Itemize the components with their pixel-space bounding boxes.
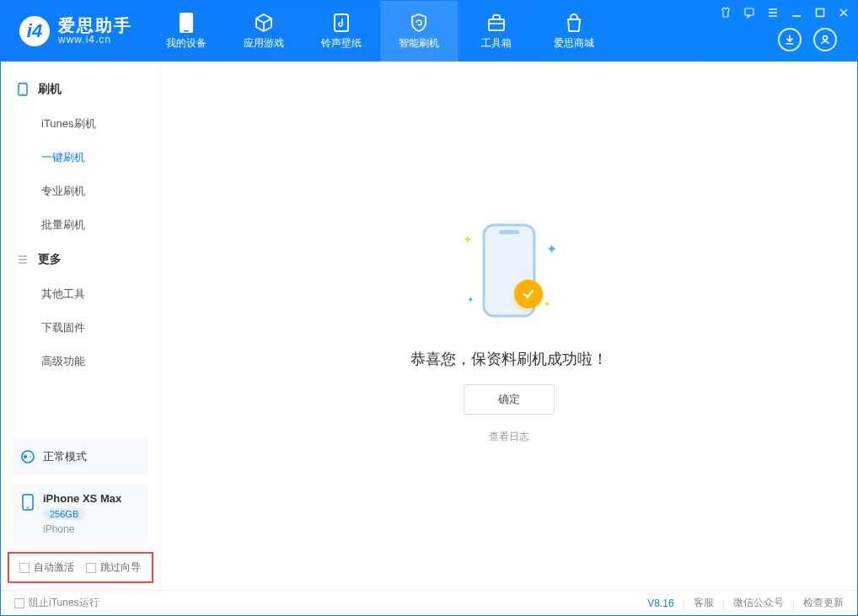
sparkle-icon: ✦ bbox=[463, 233, 473, 246]
bottom-options: 自动激活 跳过向导 bbox=[8, 552, 153, 583]
sparkle-icon: ✦ bbox=[544, 299, 550, 308]
download-button[interactable] bbox=[778, 28, 802, 51]
checkbox-icon bbox=[19, 563, 29, 573]
body: 刷机 iTunes刷机 一键刷机 专业刷机 批量刷机 更多 其他工具 下载固件 … bbox=[1, 62, 857, 590]
sidebar-scroll: 刷机 iTunes刷机 一键刷机 专业刷机 批量刷机 更多 其他工具 下载固件 … bbox=[1, 62, 160, 433]
list-icon bbox=[16, 253, 29, 266]
tab-smart-flash[interactable]: 智能刷机 bbox=[380, 1, 458, 62]
sidebar-item-advanced[interactable]: 高级功能 bbox=[1, 345, 160, 378]
sidebar-item-batch-flash[interactable]: 批量刷机 bbox=[1, 208, 160, 242]
statusbar: 阻止iTunes运行 V8.16 | 客服 | 微信公众号 | 检查更新 bbox=[1, 590, 857, 615]
checkbox-icon bbox=[14, 598, 24, 608]
bag-icon bbox=[564, 13, 584, 33]
checkbox-label: 自动激活 bbox=[34, 560, 74, 575]
sparkle-icon: ✦ bbox=[546, 241, 557, 257]
success-message: 恭喜您，保资料刷机成功啦！ bbox=[410, 349, 608, 369]
tab-label: 我的设备 bbox=[166, 36, 206, 51]
app-name-cn: 爱思助手 bbox=[58, 16, 132, 35]
statusbar-left: 阻止iTunes运行 bbox=[14, 596, 99, 610]
shield-refresh-icon bbox=[409, 13, 429, 33]
device-name: iPhone XS Max bbox=[43, 492, 121, 505]
device-icon bbox=[176, 13, 196, 33]
sidebar-item-pro-flash[interactable]: 专业刷机 bbox=[1, 174, 160, 208]
svg-point-23 bbox=[27, 507, 29, 509]
mode-icon bbox=[19, 448, 36, 465]
user-button[interactable] bbox=[813, 28, 837, 51]
ok-button[interactable]: 确定 bbox=[464, 384, 555, 415]
svg-rect-11 bbox=[817, 9, 824, 17]
checkbox-label: 跳过向导 bbox=[100, 560, 141, 575]
maximize-button[interactable] bbox=[813, 6, 827, 19]
svg-rect-0 bbox=[180, 13, 193, 33]
tab-label: 爱思商城 bbox=[554, 36, 594, 51]
separator: | bbox=[792, 597, 795, 609]
sidebar-group-more: 更多 bbox=[1, 242, 160, 277]
shirt-icon[interactable] bbox=[719, 6, 732, 19]
view-log-link[interactable]: 查看日志 bbox=[489, 430, 529, 444]
group-title: 更多 bbox=[38, 252, 62, 267]
minimize-button[interactable] bbox=[790, 6, 803, 19]
device-capacity: 256GB bbox=[43, 508, 85, 520]
tab-label: 应用游戏 bbox=[244, 36, 284, 51]
device-icon bbox=[19, 494, 36, 511]
statusbar-right: V8.16 | 客服 | 微信公众号 | 检查更新 bbox=[647, 596, 844, 610]
wechat-link[interactable]: 微信公众号 bbox=[733, 596, 784, 610]
svg-point-21 bbox=[29, 456, 31, 458]
tab-store[interactable]: 爱思商城 bbox=[535, 1, 613, 62]
svg-rect-2 bbox=[335, 14, 348, 31]
window-controls bbox=[719, 6, 850, 19]
device-model: iPhone bbox=[43, 523, 121, 535]
sidebar-item-oneclick-flash[interactable]: 一键刷机 bbox=[1, 141, 160, 174]
note-icon bbox=[331, 13, 351, 33]
tab-ringtone-wallpaper[interactable]: 铃声壁纸 bbox=[303, 1, 380, 62]
checkbox-block-itunes[interactable]: 阻止iTunes运行 bbox=[14, 596, 99, 610]
sidebar-group-flash: 刷机 bbox=[1, 72, 160, 107]
svg-point-15 bbox=[22, 93, 24, 94]
cube-icon bbox=[254, 13, 274, 33]
svg-rect-25 bbox=[499, 230, 519, 234]
mode-card[interactable]: 正常模式 bbox=[13, 438, 148, 475]
tab-toolbox[interactable]: 工具箱 bbox=[458, 1, 535, 62]
svg-rect-6 bbox=[745, 8, 753, 15]
main-content: ✦ ✦ ✦ ✦ 恭喜您，保资料刷机成功啦！ 确定 查看日志 bbox=[161, 62, 857, 590]
tab-my-device[interactable]: 我的设备 bbox=[147, 1, 225, 62]
phone-icon bbox=[16, 83, 29, 96]
sidebar-item-other-tools[interactable]: 其他工具 bbox=[1, 277, 160, 311]
device-card[interactable]: iPhone XS Max 256GB iPhone bbox=[13, 484, 148, 544]
sidebar: 刷机 iTunes刷机 一键刷机 专业刷机 批量刷机 更多 其他工具 下载固件 … bbox=[1, 62, 161, 590]
checkbox-auto-activate[interactable]: 自动激活 bbox=[19, 560, 74, 575]
sparkle-icon: ✦ bbox=[467, 295, 474, 304]
svg-point-20 bbox=[24, 455, 27, 458]
checkbox-skip-guide[interactable]: 跳过向导 bbox=[86, 560, 141, 575]
checkbox-label: 阻止iTunes运行 bbox=[29, 596, 99, 610]
version-label: V8.16 bbox=[647, 597, 673, 609]
app-logo: i4 爱思助手 www.i4.cn bbox=[1, 16, 147, 46]
device-info: iPhone XS Max 256GB iPhone bbox=[43, 492, 121, 535]
toolbox-icon bbox=[486, 13, 507, 33]
svg-rect-1 bbox=[184, 30, 189, 32]
tab-label: 铃声壁纸 bbox=[321, 36, 362, 51]
checkbox-icon bbox=[86, 563, 96, 573]
app-window: { "header": { "app_name_cn": "爱思助手", "ap… bbox=[0, 0, 858, 616]
tab-label: 工具箱 bbox=[481, 36, 512, 51]
sidebar-item-download-firmware[interactable]: 下载固件 bbox=[1, 311, 160, 345]
feedback-icon[interactable] bbox=[743, 6, 756, 19]
separator: | bbox=[683, 597, 685, 609]
top-tabs: 我的设备 应用游戏 铃声壁纸 智能刷机 工具箱 爱思商城 bbox=[147, 1, 613, 62]
check-badge-icon bbox=[514, 280, 543, 308]
header-extra bbox=[778, 28, 837, 51]
app-name-en: www.i4.cn bbox=[58, 35, 132, 46]
support-link[interactable]: 客服 bbox=[694, 596, 714, 610]
sidebar-item-itunes-flash[interactable]: iTunes刷机 bbox=[1, 107, 160, 141]
logo-icon: i4 bbox=[19, 16, 50, 46]
logo-text: 爱思助手 www.i4.cn bbox=[58, 16, 132, 46]
close-button[interactable] bbox=[837, 6, 850, 19]
update-link[interactable]: 检查更新 bbox=[803, 596, 844, 610]
menu-icon[interactable] bbox=[766, 6, 780, 19]
tab-apps-games[interactable]: 应用游戏 bbox=[225, 1, 303, 62]
titlebar: i4 爱思助手 www.i4.cn 我的设备 应用游戏 铃声壁纸 智能刷机 bbox=[1, 1, 857, 62]
group-title: 刷机 bbox=[38, 82, 62, 97]
svg-rect-3 bbox=[489, 19, 504, 30]
separator: | bbox=[722, 597, 725, 609]
success-illustration: ✦ ✦ ✦ ✦ bbox=[446, 207, 572, 334]
